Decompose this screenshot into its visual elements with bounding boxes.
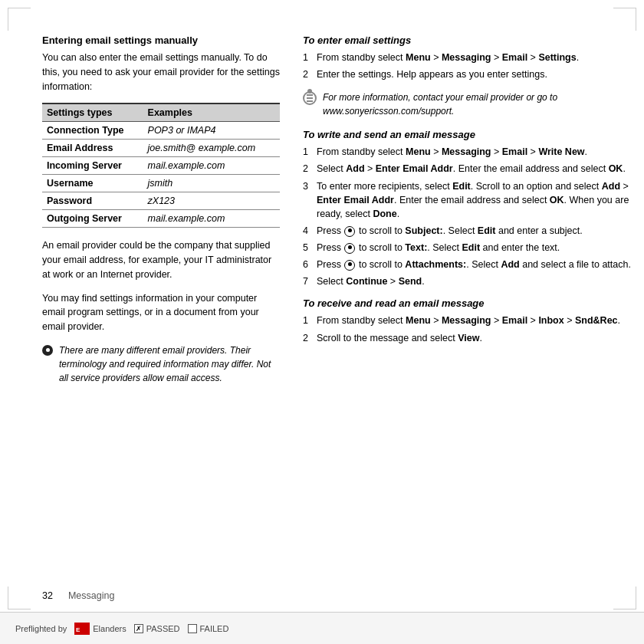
settings-table: Settings types Examples Connection TypeP… — [42, 103, 280, 228]
table-row: PasswordzX123 — [42, 192, 280, 210]
elanders-logo: E Elanders — [74, 623, 126, 635]
tip-icon-line2 — [307, 97, 313, 99]
list-item: 2Select Add > Enter Email Addr. Enter th… — [303, 162, 632, 176]
list-item: 1From standby select Menu > Messaging > … — [303, 51, 632, 64]
tip-icon-line3 — [307, 100, 313, 102]
list-item-number: 5 — [303, 241, 314, 255]
list-item-number: 1 — [303, 145, 314, 159]
section1-title: To enter email settings — [303, 34, 632, 46]
table-cell-type: Password — [42, 192, 143, 210]
note-bullet-icon — [42, 345, 53, 356]
corner-mark-bl — [8, 586, 31, 610]
list-item-number: 7 — [303, 274, 314, 288]
list-item-text: Press to scroll to Attachments:. Select … — [317, 258, 632, 271]
list-item-number: 2 — [303, 67, 314, 81]
list-item-number: 6 — [303, 258, 314, 271]
tip-text: For more information, contact your email… — [323, 90, 632, 118]
list-item-text: Press to scroll to Subject:. Select Edit… — [317, 224, 632, 238]
failed-checkbox — [188, 624, 197, 633]
footer-bar: Preflighted by E Elanders ✗ PASSED FAILE… — [0, 612, 644, 644]
passed-checkbox: ✗ — [134, 624, 143, 633]
list-item-text: Enter the settings. Help appears as you … — [317, 67, 632, 81]
list-item-number: 4 — [303, 224, 314, 238]
table-cell-example: jsmith — [143, 175, 280, 192]
list-item-number: 1 — [303, 314, 314, 327]
tip-icon-lines — [307, 94, 313, 102]
table-row: Outgoing Servermail.example.com — [42, 210, 280, 228]
list-item: 6Press to scroll to Attachments:. Select… — [303, 258, 632, 271]
table-cell-example: zX123 — [143, 192, 280, 210]
list-item: 2Scroll to the message and select View. — [303, 331, 632, 345]
table-cell-type: Outgoing Server — [42, 210, 143, 228]
list-item-text: Scroll to the message and select View. — [317, 331, 632, 345]
list-item-text: To enter more recipients, select Edit. S… — [317, 179, 632, 221]
tip-icon — [303, 91, 317, 105]
list-item-text: Press to scroll to Text:. Select Edit an… — [317, 241, 632, 255]
table-header-col1: Settings types — [42, 104, 143, 122]
left-column: Entering email settings manually You can… — [42, 34, 295, 586]
table-cell-type: Incoming Server — [42, 157, 143, 175]
table-cell-example: joe.smith@ example.com — [143, 140, 280, 157]
page-number: 32 — [42, 590, 53, 601]
table-cell-example: mail.example.com — [143, 157, 280, 175]
list-item: 5Press to scroll to Text:. Select Edit a… — [303, 241, 632, 255]
table-cell-example: mail.example.com — [143, 210, 280, 228]
scroll-icon — [344, 243, 355, 254]
failed-block: FAILED — [188, 624, 229, 633]
footer-logo-text: Elanders — [93, 624, 126, 633]
list-item-number: 2 — [303, 162, 314, 176]
passed-label: PASSED — [146, 624, 180, 633]
list-item-number: 1 — [303, 51, 314, 64]
table-cell-type: Username — [42, 175, 143, 192]
table-header-col2: Examples — [143, 104, 280, 122]
left-para2: You may find settings information in you… — [42, 291, 280, 334]
note-bullet-inner — [46, 348, 50, 352]
list-item-text: From standby select Menu > Messaging > E… — [317, 145, 632, 159]
list-item: 1From standby select Menu > Messaging > … — [303, 314, 632, 327]
scroll-icon — [344, 260, 355, 271]
list-item-text: Select Add > Enter Email Addr. Enter the… — [317, 162, 632, 176]
corner-mark-tr — [613, 8, 636, 31]
scroll-icon — [344, 226, 355, 237]
list-item-number: 3 — [303, 179, 314, 193]
list-item-text: From standby select Menu > Messaging > E… — [317, 51, 632, 64]
corner-mark-tl — [8, 8, 31, 31]
list-item: 1From standby select Menu > Messaging > … — [303, 145, 632, 159]
table-cell-type: Email Address — [42, 140, 143, 157]
section2-list: 1From standby select Menu > Messaging > … — [303, 145, 632, 288]
corner-mark-br — [613, 586, 636, 610]
page-section: Messaging — [68, 590, 114, 601]
table-cell-type: Connection Type — [42, 122, 143, 140]
left-para1: An email provider could be the company t… — [42, 238, 280, 281]
section3-title: To receive and read an email message — [303, 297, 632, 309]
page-container: Entering email settings manually You can… — [0, 0, 644, 644]
table-row: Usernamejsmith — [42, 175, 280, 192]
list-item-text: From standby select Menu > Messaging > E… — [317, 314, 632, 327]
footer-preflighted: Preflighted by — [15, 624, 67, 633]
passed-block: ✗ PASSED — [134, 624, 180, 633]
list-item: 3To enter more recipients, select Edit. … — [303, 179, 632, 221]
table-cell-example: POP3 or IMAP4 — [143, 122, 280, 140]
svg-text:E: E — [76, 626, 80, 633]
list-item: 4Press to scroll to Subject:. Select Edi… — [303, 224, 632, 238]
failed-label: FAILED — [200, 624, 229, 633]
left-heading: Entering email settings manually — [42, 34, 280, 46]
list-item: 7Select Continue > Send. — [303, 274, 632, 288]
section2-title: To write and send an email message — [303, 129, 632, 140]
table-row: Email Addressjoe.smith@ example.com — [42, 140, 280, 157]
table-row: Connection TypePOP3 or IMAP4 — [42, 122, 280, 140]
list-item-number: 2 — [303, 331, 314, 345]
table-row: Incoming Servermail.example.com — [42, 157, 280, 175]
elanders-logo-icon: E — [74, 623, 90, 635]
main-content: Entering email settings manually You can… — [42, 34, 632, 586]
note-block: There are many different email providers… — [42, 343, 280, 385]
right-column: To enter email settings 1From standby se… — [295, 34, 632, 586]
tip-block: For more information, contact your email… — [303, 90, 632, 118]
list-item-text: Select Continue > Send. — [317, 274, 632, 288]
note-text: There are many different email providers… — [59, 343, 280, 385]
list-item: 2Enter the settings. Help appears as you… — [303, 67, 632, 81]
tip-icon-line1 — [307, 94, 313, 96]
section3-list: 1From standby select Menu > Messaging > … — [303, 314, 632, 344]
left-intro: You can also enter the email settings ma… — [42, 51, 280, 94]
section1-list: 1From standby select Menu > Messaging > … — [303, 51, 632, 81]
